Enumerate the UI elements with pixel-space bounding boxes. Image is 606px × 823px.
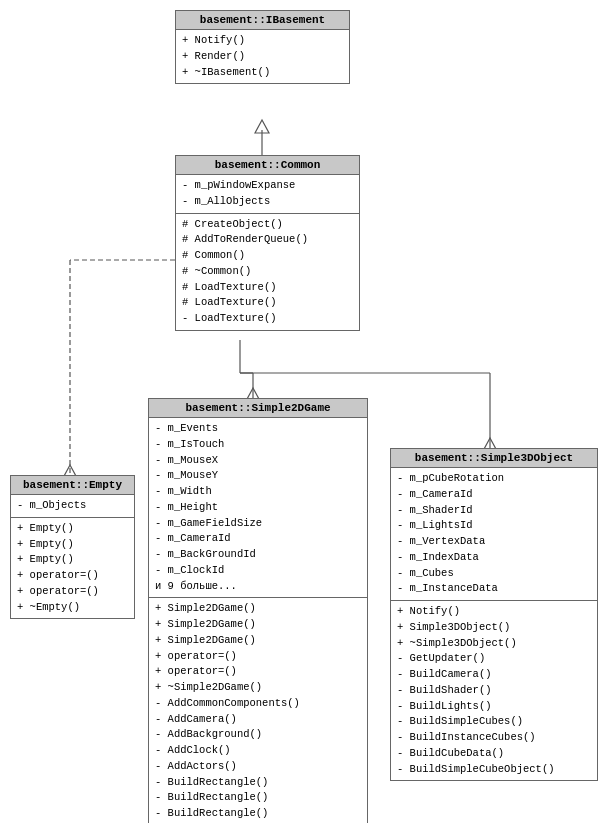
empty-methods: + Empty() + Empty() + Empty() + operator… xyxy=(11,518,134,619)
ibasement-title: basement::IBasement xyxy=(176,11,349,30)
svg-marker-1 xyxy=(255,120,269,133)
simple2dgame-box: basement::Simple2DGame - m_Events - m_Is… xyxy=(148,398,368,823)
simple3dobject-title: basement::Simple3DObject xyxy=(391,449,597,468)
simple2dgame-methods: + Simple2DGame() + Simple2DGame() + Simp… xyxy=(149,598,367,823)
common-methods: # CreateObject() # AddToRenderQueue() # … xyxy=(176,214,359,330)
simple3dobject-fields: - m_pCubeRotation - m_CameraId - m_Shade… xyxy=(391,468,597,601)
ibasement-box: basement::IBasement + Notify() + Render(… xyxy=(175,10,350,84)
empty-box: basement::Empty - m_Objects + Empty() + … xyxy=(10,475,135,619)
empty-title: basement::Empty xyxy=(11,476,134,495)
common-fields: - m_pWindowExpanse - m_AllObjects xyxy=(176,175,359,214)
empty-fields: - m_Objects xyxy=(11,495,134,518)
simple3dobject-box: basement::Simple3DObject - m_pCubeRotati… xyxy=(390,448,598,781)
common-title: basement::Common xyxy=(176,156,359,175)
simple2dgame-title: basement::Simple2DGame xyxy=(149,399,367,418)
simple3dobject-methods: + Notify() + Simple3DObject() + ~Simple3… xyxy=(391,601,597,780)
ibasement-methods: + Notify() + Render() + ~IBasement() xyxy=(176,30,349,83)
diagram: basement::IBasement + Notify() + Render(… xyxy=(0,0,606,823)
simple2dgame-fields: - m_Events - m_IsTouch - m_MouseX - m_Mo… xyxy=(149,418,367,598)
common-box: basement::Common - m_pWindowExpanse - m_… xyxy=(175,155,360,331)
